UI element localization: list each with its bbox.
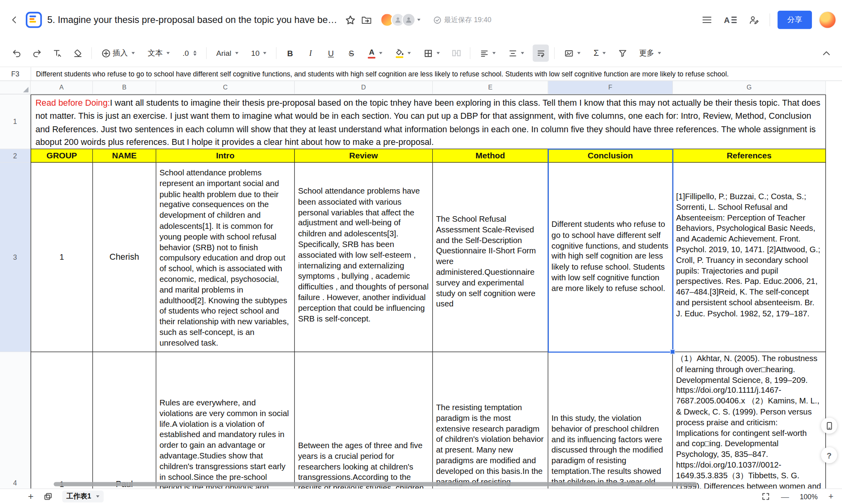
- add-sheet-button[interactable]: +: [28, 492, 33, 501]
- cell-G4[interactable]: （1）Akhtar, N. (2005). The robustness of …: [673, 352, 826, 488]
- formula-input[interactable]: Different students who refuse to go to s…: [31, 67, 842, 80]
- cell-D3[interactable]: School attendance problems have been ass…: [295, 163, 433, 352]
- cell-E3[interactable]: The School Refusal Assessment Scale-Revi…: [433, 163, 548, 352]
- fullscreen-button[interactable]: [762, 492, 770, 501]
- eraser-button[interactable]: [70, 45, 86, 62]
- strikethrough-button[interactable]: S: [343, 45, 359, 62]
- sheet-tab-label: 工作表1: [66, 492, 91, 501]
- cell-B4[interactable]: Paul: [93, 352, 156, 488]
- column-header-F[interactable]: F: [548, 81, 673, 95]
- share-button[interactable]: 分享: [777, 11, 812, 29]
- cell-A3[interactable]: 1: [31, 163, 93, 352]
- column-header-A[interactable]: A: [31, 81, 93, 95]
- wrap-text-button[interactable]: [533, 45, 549, 62]
- person-icon: [394, 16, 402, 24]
- text-tools-button[interactable]: 文本: [143, 45, 174, 62]
- redo-button[interactable]: [29, 45, 45, 62]
- column-header-E[interactable]: E: [433, 81, 548, 95]
- divider: [470, 47, 470, 59]
- divider: [554, 47, 555, 59]
- help-button[interactable]: ?: [821, 447, 837, 463]
- sheet-bar: + 工作表1 — 100% +: [0, 489, 842, 504]
- insert-button[interactable]: 插入: [97, 45, 139, 62]
- cell-A1[interactable]: Read before Doing:I want all students to…: [31, 95, 826, 149]
- horizontal-align-button[interactable]: [476, 45, 500, 62]
- cell-G3[interactable]: [1]Fillipello, P.; Buzzai, C.; Costa, S.…: [673, 163, 826, 352]
- filter-button[interactable]: [615, 45, 631, 62]
- move-to-folder-icon[interactable]: [359, 12, 375, 28]
- cell-B3[interactable]: Cherish: [93, 163, 156, 352]
- zoom-level[interactable]: 100%: [800, 493, 817, 500]
- document-title[interactable]: 5. Imagine your thesis pre-proposal base…: [47, 14, 337, 25]
- row-header-2[interactable]: 2: [0, 149, 31, 163]
- fill-color-button[interactable]: [391, 45, 415, 62]
- undo-button[interactable]: [9, 45, 25, 62]
- fill-handle[interactable]: [670, 349, 675, 354]
- sheet-list-button[interactable]: [43, 492, 52, 501]
- italic-button[interactable]: I: [302, 45, 319, 62]
- row-header-1[interactable]: 1: [0, 95, 31, 149]
- cell-D2[interactable]: Review: [295, 149, 433, 163]
- font-family-select[interactable]: Arial: [212, 45, 242, 62]
- vertical-align-button[interactable]: [504, 45, 529, 62]
- more-tools-button[interactable]: 更多: [635, 45, 665, 62]
- app-logo[interactable]: [26, 12, 42, 28]
- sheets-stack-icon: [43, 492, 52, 501]
- chevron-down-icon: [577, 52, 580, 54]
- font-size-select[interactable]: 10: [247, 45, 271, 62]
- cell-F3[interactable]: Different students who refuse to go to s…: [548, 163, 673, 352]
- collapse-toolbar-button[interactable]: [818, 45, 834, 62]
- table-row: 4 1 Paul Rules are everywhere, and viola…: [0, 352, 842, 488]
- table-row: 3 1 Cherish School attendance problems r…: [0, 163, 842, 352]
- hamburger-icon: [702, 15, 712, 24]
- text-label: 文本: [148, 48, 163, 58]
- save-status[interactable]: 最近保存 19:40: [433, 15, 492, 25]
- cell-C2[interactable]: Intro: [156, 149, 295, 163]
- column-header-C[interactable]: C: [156, 81, 295, 95]
- column-header-G[interactable]: G: [673, 81, 826, 95]
- back-button[interactable]: [6, 12, 23, 28]
- divider: [276, 47, 277, 59]
- cell-D4[interactable]: Between the ages of three and five years…: [295, 352, 433, 488]
- display-settings-button[interactable]: A: [722, 12, 739, 28]
- horizontal-scrollbar[interactable]: [54, 482, 697, 486]
- cell-E2[interactable]: Method: [433, 149, 548, 163]
- cell-G2[interactable]: References: [673, 149, 826, 163]
- cell-A2[interactable]: GROUP: [31, 149, 93, 163]
- cell-name-box[interactable]: F3: [0, 67, 31, 80]
- format-painter-button[interactable]: [50, 45, 66, 62]
- lines-icon: [731, 17, 737, 23]
- cell-E4[interactable]: The resisting temptation paradigm is the…: [433, 352, 548, 488]
- number-format-button[interactable]: .0: [178, 45, 200, 62]
- mobile-view-button[interactable]: [821, 418, 837, 434]
- cell-B2[interactable]: NAME: [93, 149, 156, 163]
- cell-C4[interactable]: Rules are everywhere, and violations are…: [156, 352, 295, 488]
- edit-mode-button[interactable]: [746, 12, 762, 28]
- menu-button[interactable]: [699, 12, 715, 28]
- merge-cells-button[interactable]: [449, 45, 465, 62]
- cell-C3[interactable]: School attendance problems represent an …: [156, 163, 295, 352]
- align-middle-icon: [509, 49, 517, 57]
- cell-A4[interactable]: 1: [31, 352, 93, 488]
- insert-image-button[interactable]: [560, 45, 585, 62]
- underline-button[interactable]: U: [323, 45, 339, 62]
- font-color-button[interactable]: A: [364, 45, 387, 62]
- chevron-down-icon: [263, 52, 266, 54]
- row-header-4[interactable]: 4: [0, 352, 31, 488]
- zoom-out-button[interactable]: —: [781, 492, 789, 501]
- row-header-3[interactable]: 3: [0, 163, 31, 352]
- collaborator-avatars[interactable]: [380, 13, 420, 27]
- star-icon[interactable]: [343, 12, 359, 28]
- bold-button[interactable]: B: [282, 45, 298, 62]
- cell-F4[interactable]: In this study, the violation behavior of…: [548, 352, 673, 488]
- select-all-corner[interactable]: [0, 81, 31, 95]
- borders-button[interactable]: [420, 45, 444, 62]
- user-avatar[interactable]: [819, 12, 836, 28]
- column-header-B[interactable]: B: [93, 81, 156, 95]
- cell-F2[interactable]: Conclusion: [548, 149, 673, 163]
- sheet-tab[interactable]: 工作表1: [62, 491, 104, 502]
- sum-button[interactable]: Σ: [589, 45, 610, 62]
- divider: [769, 13, 770, 27]
- column-header-D[interactable]: D: [295, 81, 433, 95]
- zoom-in-button[interactable]: +: [829, 492, 834, 501]
